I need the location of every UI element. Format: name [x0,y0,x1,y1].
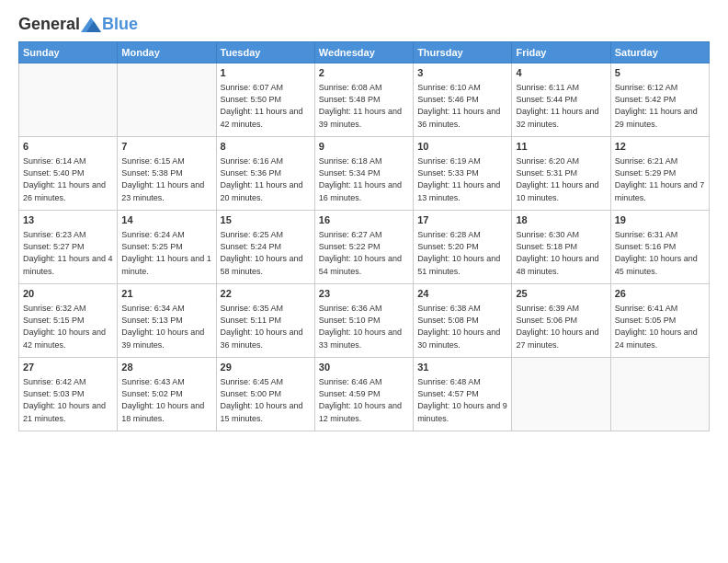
calendar-day-cell [512,358,610,431]
weekday-header: Sunday [19,42,118,63]
day-number: 29 [221,361,311,374]
calendar-day-cell [19,63,118,137]
calendar-day-cell: 15Sunrise: 6:25 AM Sunset: 5:24 PM Dayli… [216,211,314,284]
calendar-day-cell: 7Sunrise: 6:15 AM Sunset: 5:38 PM Daylig… [118,137,216,211]
weekday-header: Friday [512,42,610,63]
calendar-day-cell: 5Sunrise: 6:12 AM Sunset: 5:42 PM Daylig… [610,63,709,137]
day-info: Sunrise: 6:30 AM Sunset: 5:18 PM Dayligh… [516,229,606,277]
logo: General Blue [18,15,138,34]
day-info: Sunrise: 6:45 AM Sunset: 5:00 PM Dayligh… [221,376,311,424]
weekday-header: Thursday [414,42,512,63]
calendar-day-cell: 29Sunrise: 6:45 AM Sunset: 5:00 PM Dayli… [216,358,314,431]
calendar-day-cell: 27Sunrise: 6:42 AM Sunset: 5:03 PM Dayli… [19,358,118,431]
day-number: 26 [615,287,705,301]
day-info: Sunrise: 6:08 AM Sunset: 5:48 PM Dayligh… [319,82,409,130]
calendar-day-cell: 2Sunrise: 6:08 AM Sunset: 5:48 PM Daylig… [314,63,413,137]
day-info: Sunrise: 6:21 AM Sunset: 5:29 PM Dayligh… [615,155,705,203]
day-number: 5 [615,66,705,80]
day-info: Sunrise: 6:12 AM Sunset: 5:42 PM Dayligh… [615,82,705,130]
logo-icon [81,17,101,32]
day-info: Sunrise: 6:14 AM Sunset: 5:40 PM Dayligh… [23,155,113,203]
weekday-header: Tuesday [216,42,314,63]
day-number: 4 [516,66,606,80]
day-number: 31 [417,361,507,374]
calendar-week-row: 13Sunrise: 6:23 AM Sunset: 5:27 PM Dayli… [19,211,710,284]
day-number: 15 [221,213,311,227]
calendar-day-cell [610,358,709,431]
weekday-header: Wednesday [314,42,413,63]
day-info: Sunrise: 6:39 AM Sunset: 5:06 PM Dayligh… [516,303,606,350]
calendar-day-cell: 31Sunrise: 6:48 AM Sunset: 4:57 PM Dayli… [414,358,512,431]
logo-blue-text: Blue [102,15,138,34]
day-info: Sunrise: 6:28 AM Sunset: 5:20 PM Dayligh… [417,229,507,277]
day-info: Sunrise: 6:36 AM Sunset: 5:10 PM Dayligh… [319,303,409,350]
day-info: Sunrise: 6:48 AM Sunset: 4:57 PM Dayligh… [417,376,507,424]
day-number: 14 [121,213,211,227]
day-info: Sunrise: 6:34 AM Sunset: 5:13 PM Dayligh… [121,303,211,350]
day-number: 18 [516,213,606,227]
weekday-header: Saturday [610,42,709,63]
day-number: 6 [23,140,113,154]
calendar-day-cell: 3Sunrise: 6:10 AM Sunset: 5:46 PM Daylig… [414,63,512,137]
calendar-day-cell: 9Sunrise: 6:18 AM Sunset: 5:34 PM Daylig… [314,137,413,211]
day-number: 7 [121,140,211,154]
day-number: 3 [417,66,507,80]
day-info: Sunrise: 6:35 AM Sunset: 5:11 PM Dayligh… [221,303,311,350]
calendar-day-cell: 20Sunrise: 6:32 AM Sunset: 5:15 PM Dayli… [19,284,118,358]
calendar-week-row: 20Sunrise: 6:32 AM Sunset: 5:15 PM Dayli… [19,284,710,358]
calendar-day-cell [118,63,216,137]
day-number: 2 [319,66,409,80]
calendar-week-row: 27Sunrise: 6:42 AM Sunset: 5:03 PM Dayli… [19,358,710,431]
calendar-day-cell: 24Sunrise: 6:38 AM Sunset: 5:08 PM Dayli… [414,284,512,358]
day-info: Sunrise: 6:27 AM Sunset: 5:22 PM Dayligh… [319,229,409,277]
calendar-week-row: 6Sunrise: 6:14 AM Sunset: 5:40 PM Daylig… [19,137,710,211]
day-info: Sunrise: 6:46 AM Sunset: 4:59 PM Dayligh… [319,376,409,424]
day-number: 1 [221,66,311,80]
calendar-day-cell: 16Sunrise: 6:27 AM Sunset: 5:22 PM Dayli… [314,211,413,284]
day-number: 16 [319,213,409,227]
calendar-day-cell: 25Sunrise: 6:39 AM Sunset: 5:06 PM Dayli… [512,284,610,358]
calendar-day-cell: 23Sunrise: 6:36 AM Sunset: 5:10 PM Dayli… [314,284,413,358]
day-info: Sunrise: 6:25 AM Sunset: 5:24 PM Dayligh… [221,229,311,277]
day-number: 25 [516,287,606,301]
day-number: 17 [417,213,507,227]
calendar-day-cell: 12Sunrise: 6:21 AM Sunset: 5:29 PM Dayli… [610,137,709,211]
calendar-week-row: 1Sunrise: 6:07 AM Sunset: 5:50 PM Daylig… [19,63,710,137]
day-number: 28 [121,361,211,374]
day-number: 21 [121,287,211,301]
day-info: Sunrise: 6:42 AM Sunset: 5:03 PM Dayligh… [23,376,113,424]
calendar-day-cell: 28Sunrise: 6:43 AM Sunset: 5:02 PM Dayli… [118,358,216,431]
calendar-day-cell: 21Sunrise: 6:34 AM Sunset: 5:13 PM Dayli… [118,284,216,358]
day-number: 8 [221,140,311,154]
day-number: 22 [221,287,311,301]
day-number: 20 [23,287,113,301]
calendar-day-cell: 22Sunrise: 6:35 AM Sunset: 5:11 PM Dayli… [216,284,314,358]
calendar-day-cell: 19Sunrise: 6:31 AM Sunset: 5:16 PM Dayli… [610,211,709,284]
day-number: 30 [319,361,409,374]
day-info: Sunrise: 6:32 AM Sunset: 5:15 PM Dayligh… [23,303,113,350]
day-info: Sunrise: 6:20 AM Sunset: 5:31 PM Dayligh… [516,155,606,203]
calendar-day-cell: 18Sunrise: 6:30 AM Sunset: 5:18 PM Dayli… [512,211,610,284]
calendar-day-cell: 10Sunrise: 6:19 AM Sunset: 5:33 PM Dayli… [414,137,512,211]
day-info: Sunrise: 6:11 AM Sunset: 5:44 PM Dayligh… [516,82,606,130]
day-number: 9 [319,140,409,154]
day-info: Sunrise: 6:38 AM Sunset: 5:08 PM Dayligh… [417,303,507,350]
calendar-day-cell: 6Sunrise: 6:14 AM Sunset: 5:40 PM Daylig… [19,137,118,211]
calendar-header-row: SundayMondayTuesdayWednesdayThursdayFrid… [19,42,710,63]
day-info: Sunrise: 6:23 AM Sunset: 5:27 PM Dayligh… [23,229,113,277]
day-number: 27 [23,361,113,374]
day-info: Sunrise: 6:07 AM Sunset: 5:50 PM Dayligh… [221,82,311,130]
calendar-day-cell: 13Sunrise: 6:23 AM Sunset: 5:27 PM Dayli… [19,211,118,284]
day-number: 23 [319,287,409,301]
day-info: Sunrise: 6:31 AM Sunset: 5:16 PM Dayligh… [615,229,705,277]
logo-general-text: General [18,15,80,34]
day-number: 12 [615,140,705,154]
calendar-table: SundayMondayTuesdayWednesdayThursdayFrid… [18,41,710,431]
calendar-day-cell: 26Sunrise: 6:41 AM Sunset: 5:05 PM Dayli… [610,284,709,358]
day-info: Sunrise: 6:41 AM Sunset: 5:05 PM Dayligh… [615,303,705,350]
day-number: 19 [615,213,705,227]
day-number: 11 [516,140,606,154]
day-info: Sunrise: 6:10 AM Sunset: 5:46 PM Dayligh… [417,82,507,130]
day-info: Sunrise: 6:15 AM Sunset: 5:38 PM Dayligh… [121,155,211,203]
day-info: Sunrise: 6:43 AM Sunset: 5:02 PM Dayligh… [121,376,211,424]
